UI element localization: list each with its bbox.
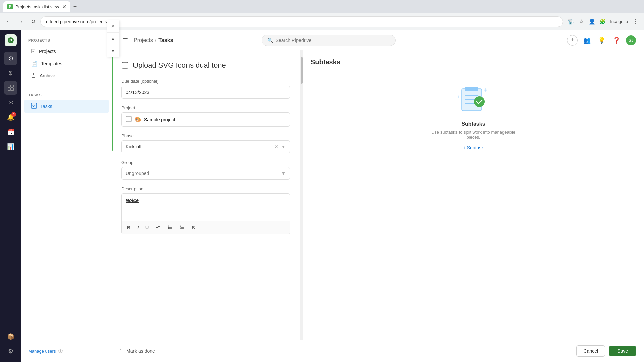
task-form-panel: Upload SVG Icons dual tone Due date (opt…	[112, 50, 300, 340]
bookmark-icon[interactable]: ☆	[577, 17, 586, 26]
rail-icon-calendar[interactable]: 📅	[4, 125, 17, 139]
browser-titlebar: P Projects tasks list view ✕ +	[0, 0, 644, 13]
project-input[interactable]: 🎨 Sample project	[121, 112, 290, 127]
content-area: ✕ ▲ ▼ Upload SVG Icons	[112, 50, 644, 362]
help-icon[interactable]: ❓	[611, 35, 622, 46]
number-list-button[interactable]: 1.2.3.	[178, 224, 186, 231]
new-tab-button[interactable]: +	[70, 2, 80, 11]
subtasks-empty-state: + + Subtasks Use subtasks to split work …	[311, 74, 636, 159]
breadcrumb: Projects / Tasks	[133, 37, 173, 43]
svg-point-9	[168, 226, 169, 227]
sidebar-item-templates[interactable]: 📄 Templates	[24, 57, 109, 70]
menu-button[interactable]: ⋮	[631, 17, 640, 26]
sidebar-projects-label: Projects	[39, 49, 56, 54]
manage-users-label: Manage users	[28, 349, 56, 354]
save-button[interactable]: Save	[609, 346, 636, 356]
svg-point-11	[168, 227, 169, 228]
tab-close-button[interactable]: ✕	[62, 4, 66, 10]
tasks-section-title: TASKS	[21, 90, 112, 100]
mark-done-checkbox-input[interactable]	[120, 349, 124, 353]
search-icon: 🔍	[267, 38, 273, 43]
subtasks-illustration: + +	[453, 82, 493, 116]
tab-title: Projects tasks list view	[15, 4, 59, 9]
rail-icon-reports[interactable]: 📊	[4, 140, 17, 154]
subtasks-description: Use subtasks to split work into manageab…	[426, 130, 520, 140]
sidebar-item-archive[interactable]: 🗄 Archive	[24, 70, 109, 82]
rail-icon-integrations[interactable]: 📦	[4, 330, 17, 343]
add-subtask-link[interactable]: + Subtask	[463, 145, 484, 150]
due-date-input[interactable]	[121, 86, 290, 99]
profile-icon[interactable]: 👤	[587, 17, 597, 26]
rail-icon-deals[interactable]: $	[4, 66, 17, 80]
manage-users-link[interactable]: Manage users ⓘ	[21, 345, 112, 357]
tab-favicon: P	[7, 4, 13, 9]
due-date-label: Due date (optional)	[121, 79, 290, 84]
rail-bottom: 📦 ⚙	[4, 330, 17, 358]
group-input[interactable]: Ungrouped ▼	[121, 167, 290, 180]
project-value: Sample project	[144, 117, 175, 122]
link-button[interactable]	[154, 224, 162, 231]
italic-button[interactable]: I	[136, 224, 140, 231]
hamburger-button[interactable]: ☰	[120, 35, 131, 46]
app-header: ☰ Projects / Tasks 🔍 + 👥 💡 ❓ SJ	[112, 30, 644, 50]
bullet-list-button[interactable]	[166, 224, 174, 231]
svg-point-13	[168, 228, 169, 229]
incognito-label: Incognito	[610, 19, 628, 24]
browser-tab[interactable]: P Projects tasks list view ✕	[3, 1, 70, 12]
cast-icon[interactable]: 📡	[566, 17, 575, 26]
projects-section-title: PROJECTS	[21, 36, 112, 45]
description-group: Description Noice B I U	[121, 186, 290, 234]
sidebar-divider	[21, 86, 112, 86]
task-icon	[121, 62, 129, 71]
archive-icon: 🗄	[31, 73, 36, 79]
phase-input[interactable]: Kick-off ✕ ▼	[121, 140, 290, 153]
subtasks-label: Subtasks	[461, 121, 485, 127]
group-group: Group Ungrouped ▼	[121, 160, 290, 180]
avatar[interactable]: SJ	[626, 35, 636, 45]
templates-icon: 📄	[31, 60, 38, 67]
tasks-icon	[31, 103, 37, 110]
svg-text:+: +	[457, 94, 460, 99]
forward-button[interactable]: →	[16, 17, 25, 26]
popup-controls: ✕ ▲ ▼	[112, 50, 119, 57]
icon-rail: P ⊙ $ ✉ 🔔 3 📅 📊 📦 ⚙	[0, 30, 21, 362]
task-panel-wrapper: ✕ ▲ ▼ Upload SVG Icons	[112, 50, 644, 362]
search-box[interactable]: 🔍	[262, 35, 396, 46]
svg-text:P: P	[9, 38, 12, 43]
browser-chrome: P Projects tasks list view ✕ + ← → ↻ 📡 ☆…	[0, 0, 644, 30]
description-text: Noice	[126, 198, 139, 203]
svg-rect-8	[126, 116, 131, 122]
header-search: 🔍	[262, 35, 396, 46]
reload-button[interactable]: ↻	[28, 17, 38, 26]
breadcrumb-parent[interactable]: Projects	[133, 37, 153, 43]
contacts-icon[interactable]: 👥	[582, 35, 592, 46]
rail-icon-home[interactable]: ⊙	[4, 52, 17, 65]
search-input[interactable]	[276, 38, 390, 43]
mark-as-done-checkbox[interactable]: Mark as done	[120, 348, 155, 354]
nav-icons: 📡 ☆ 👤 🧩 Incognito ⋮	[566, 17, 640, 26]
phase-dropdown-icon: ▼	[281, 144, 286, 149]
svg-rect-6	[31, 103, 37, 108]
popup-down-button[interactable]: ▼	[112, 50, 119, 57]
lightbulb-icon[interactable]: 💡	[596, 35, 607, 46]
sidebar-item-projects[interactable]: ☑ Projects	[24, 45, 109, 57]
sidebar-templates-label: Templates	[41, 61, 62, 66]
rail-icon-notifications[interactable]: 🔔 3	[4, 111, 17, 124]
project-group: Project 🎨 Sample project	[121, 105, 290, 127]
underline-button[interactable]: U	[144, 224, 150, 231]
scroll-strip[interactable]	[300, 50, 303, 340]
rail-icon-projects[interactable]	[4, 81, 17, 95]
bold-button[interactable]: B	[126, 224, 132, 231]
sidebar-archive-label: Archive	[40, 73, 55, 78]
group-value: Ungrouped	[126, 171, 281, 176]
description-content[interactable]: Noice	[122, 194, 290, 221]
rail-icon-settings[interactable]: ⚙	[4, 345, 17, 358]
sidebar-item-tasks[interactable]: Tasks	[24, 100, 109, 113]
extension-icon[interactable]: 🧩	[598, 17, 607, 26]
strikethrough-button[interactable]: S	[190, 224, 196, 231]
back-button[interactable]: ←	[4, 17, 13, 26]
rail-icon-mail[interactable]: ✉	[4, 96, 17, 109]
phase-clear-button[interactable]: ✕	[274, 144, 278, 149]
add-button[interactable]: +	[567, 35, 578, 46]
cancel-button[interactable]: Cancel	[576, 345, 605, 357]
